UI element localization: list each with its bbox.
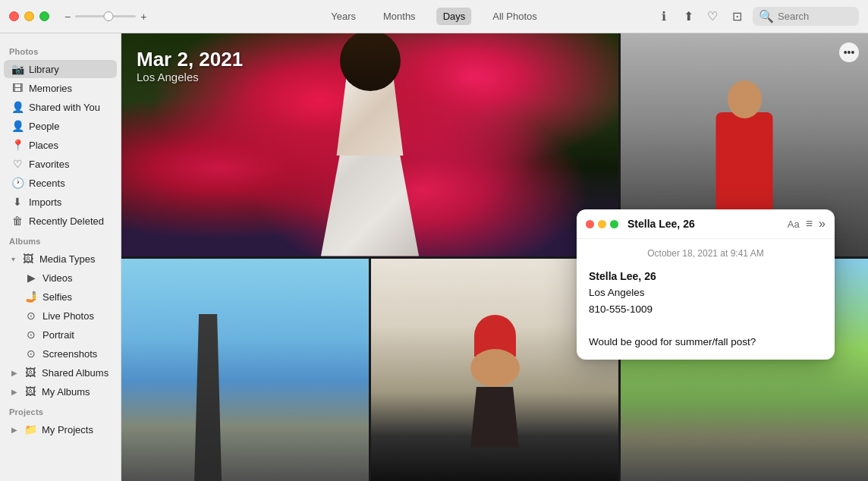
favorites-icon: ♡ <box>11 158 24 170</box>
sidebar-item-live-photos-label: Live Photos <box>42 310 94 322</box>
sidebar-item-my-projects-label: My Projects <box>42 424 93 435</box>
note-content: Stella Lee, 26 Los Angeles 810-555-1009 … <box>589 268 822 351</box>
sidebar-item-my-projects[interactable]: ▶ 📁 My Projects <box>4 420 117 439</box>
live-photos-icon: ⊙ <box>25 310 37 322</box>
sidebar-item-recents-label: Recents <box>29 178 65 189</box>
sidebar-item-media-types-label: Media Types <box>39 253 95 265</box>
my-albums-icon: 🖼 <box>24 385 36 398</box>
library-icon: 📷 <box>11 63 24 75</box>
info-icon[interactable]: ℹ <box>656 8 672 25</box>
nav-tabs: Years Months Days All Photos <box>325 8 543 25</box>
screenshots-icon: ⊙ <box>25 347 37 360</box>
zoom-minus-button[interactable]: − <box>64 11 71 23</box>
sidebar-item-people[interactable]: 👤 People <box>4 117 117 135</box>
maximize-button[interactable] <box>39 11 49 21</box>
note-expand-button[interactable]: » <box>819 217 826 231</box>
photo-bottom-left[interactable] <box>121 259 369 482</box>
shared-with-you-icon: 👤 <box>11 101 24 113</box>
note-font-icon[interactable]: Aa <box>788 218 800 230</box>
shared-albums-icon: 🖼 <box>24 366 36 379</box>
search-box[interactable]: 🔍 <box>753 7 859 26</box>
sidebar-item-recently-deleted-label: Recently Deleted <box>29 215 104 227</box>
sidebar-item-imports[interactable]: ⬇ Imports <box>4 193 117 211</box>
sidebar-item-portrait[interactable]: ⊙ Portrait <box>4 325 117 344</box>
memories-icon: 🎞 <box>11 82 24 94</box>
tab-days[interactable]: Days <box>437 8 472 25</box>
recently-deleted-icon: 🗑 <box>11 215 24 227</box>
zoom-plus-button[interactable]: + <box>140 11 146 23</box>
note-timestamp: October 18, 2021 at 9:41 AM <box>589 248 822 259</box>
sidebar-item-shared-albums[interactable]: ▶ 🖼 Shared Albums <box>4 363 117 382</box>
close-button[interactable] <box>9 11 19 21</box>
photo-date-text: Mar 2, 2021 <box>137 49 243 71</box>
photos-section-label: Photos <box>0 41 121 59</box>
places-icon: 📍 <box>11 139 24 151</box>
sidebar-item-screenshots[interactable]: ⊙ Screenshots <box>4 344 117 363</box>
titlebar: − + Years Months Days All Photos ℹ ⬆ ♡ ⊡… <box>0 0 868 33</box>
sidebar-item-places-label: Places <box>29 140 58 151</box>
sidebar-item-recently-deleted[interactable]: 🗑 Recently Deleted <box>4 212 117 230</box>
zoom-slider: − + <box>64 11 146 23</box>
sidebar-item-places[interactable]: 📍 Places <box>4 136 117 154</box>
media-types-icon: 🖼 <box>22 253 34 265</box>
media-types-chevron: ▾ <box>11 255 15 263</box>
zoom-thumb[interactable] <box>104 11 114 21</box>
note-text: Would be good for summer/fall post? <box>589 334 822 351</box>
sidebar-item-recents[interactable]: 🕐 Recents <box>4 174 117 192</box>
note-popup: Stella Lee, 26 Aa ≡ » October 18, 2021 a… <box>577 209 835 360</box>
note-minimize-button[interactable] <box>598 220 606 228</box>
note-person-location: Los Angeles <box>589 285 822 301</box>
photo-railing-bg <box>121 259 369 482</box>
sidebar-item-favorites-label: Favorites <box>29 159 69 170</box>
tab-months[interactable]: Months <box>377 8 422 25</box>
sidebar-item-shared-with-you[interactable]: 👤 Shared with You <box>4 98 117 116</box>
toolbar-right: ℹ ⬆ ♡ ⊡ 🔍 <box>656 7 859 26</box>
selfies-icon: 🤳 <box>25 291 37 303</box>
sidebar-item-selfies-label: Selfies <box>42 291 72 303</box>
people-icon: 👤 <box>11 120 24 132</box>
sidebar: Photos 📷 Library 🎞 Memories 👤 Shared wit… <box>0 33 121 481</box>
sidebar-item-favorites[interactable]: ♡ Favorites <box>4 155 117 173</box>
my-projects-icon: 📁 <box>24 423 36 435</box>
heart-icon[interactable]: ♡ <box>704 8 721 25</box>
sidebar-item-library[interactable]: 📷 Library <box>4 60 117 78</box>
sidebar-item-live-photos[interactable]: ⊙ Live Photos <box>4 307 117 325</box>
zoom-track[interactable] <box>75 15 136 17</box>
note-maximize-button[interactable] <box>610 220 618 228</box>
more-options-button[interactable]: ••• <box>839 42 859 62</box>
search-input[interactable] <box>778 11 853 22</box>
sidebar-item-videos[interactable]: ▶ Videos <box>4 269 117 287</box>
share-icon[interactable]: ⬆ <box>680 8 697 25</box>
sidebar-item-my-albums[interactable]: ▶ 🖼 My Albums <box>4 382 117 401</box>
note-close-button[interactable] <box>586 220 594 228</box>
note-toolbar: Aa ≡ <box>788 217 813 231</box>
imports-icon: ⬇ <box>11 196 24 208</box>
sidebar-item-my-albums-label: My Albums <box>42 386 90 398</box>
main-content: Photos 📷 Library 🎞 Memories 👤 Shared wit… <box>0 33 868 481</box>
note-person-name: Stella Lee, 26 <box>589 268 822 285</box>
my-projects-chevron: ▶ <box>11 426 17 434</box>
note-titlebar: Stella Lee, 26 Aa ≡ » <box>577 209 835 239</box>
portrait-icon: ⊙ <box>25 329 37 341</box>
minimize-button[interactable] <box>24 11 34 21</box>
sidebar-item-memories-label: Memories <box>29 83 72 94</box>
my-albums-chevron: ▶ <box>11 388 17 396</box>
sidebar-item-imports-label: Imports <box>29 196 61 208</box>
sidebar-item-memories[interactable]: 🎞 Memories <box>4 79 117 97</box>
note-list-icon[interactable]: ≡ <box>806 217 813 231</box>
photo-area: Mar 2, 2021 Los Angeles ••• <box>121 33 868 481</box>
photo-main[interactable]: Mar 2, 2021 Los Angeles <box>121 33 618 256</box>
sidebar-item-portrait-label: Portrait <box>42 329 74 341</box>
tab-years[interactable]: Years <box>325 8 362 25</box>
note-person-phone: 810-555-1009 <box>589 301 822 318</box>
crop-icon[interactable]: ⊡ <box>728 8 745 25</box>
sidebar-item-media-types[interactable]: ▾ 🖼 Media Types <box>4 250 117 268</box>
traffic-lights <box>9 11 49 21</box>
tab-all-photos[interactable]: All Photos <box>486 8 543 25</box>
note-traffic-lights <box>586 220 618 228</box>
sidebar-item-selfies[interactable]: 🤳 Selfies <box>4 288 117 306</box>
sidebar-item-screenshots-label: Screenshots <box>42 348 97 360</box>
photo-location-text: Los Angeles <box>137 71 243 83</box>
sidebar-item-videos-label: Videos <box>42 272 73 284</box>
sidebar-item-people-label: People <box>29 121 59 132</box>
